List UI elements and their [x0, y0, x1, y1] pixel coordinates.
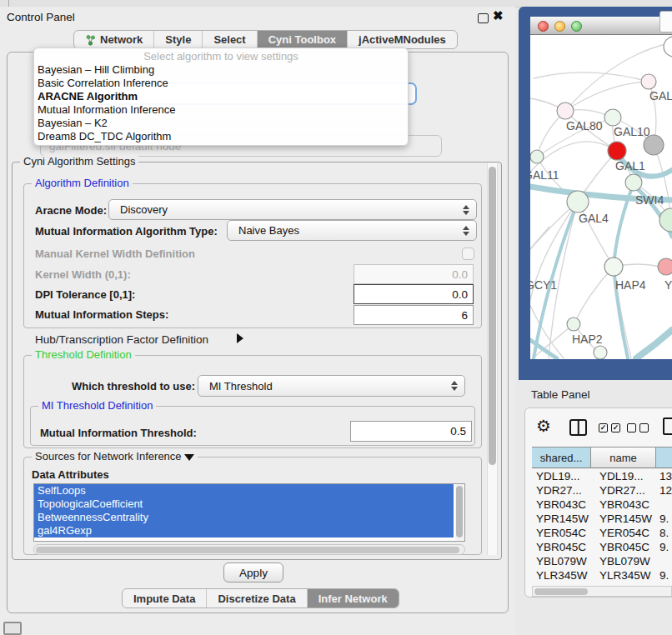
data-attributes-items: SelfLoopsTopologicalCoefficientBetweenne… — [34, 484, 464, 538]
float-window-icon[interactable] — [478, 13, 489, 23]
close-icon[interactable]: ✖ — [493, 8, 504, 23]
node-label: GAL10 — [614, 125, 650, 138]
kernel-width-label: Kernel Width (0,1): — [35, 268, 131, 281]
data-attribute-item[interactable]: BetweennessCentrality — [34, 511, 454, 524]
tab-label: Cyni Toolbox — [268, 33, 336, 46]
data-attribute-item[interactable]: gal4RGexp — [34, 524, 454, 538]
table-cell: YBR045C — [591, 541, 656, 553]
tab-infer-network[interactable]: Infer Network — [308, 589, 399, 608]
mi-threshold-group-title: MI Threshold Definition — [38, 400, 156, 412]
which-threshold-select[interactable]: MI Threshold — [198, 375, 465, 397]
application-root: Control Panel ✖ Network Style Select Cyn… — [0, 0, 672, 635]
network-node-big-green[interactable] — [659, 208, 672, 232]
apply-button[interactable]: Apply — [223, 562, 283, 582]
table-cell: YER054C — [532, 527, 591, 539]
window-close-button[interactable] — [538, 21, 549, 32]
minimized-panel-icon[interactable] — [3, 622, 22, 635]
tab-impute-data[interactable]: Impute Data — [123, 589, 207, 608]
network-node-GAL80[interactable] — [557, 102, 574, 119]
window-minimize-button[interactable] — [554, 21, 565, 32]
window-toolbar-control[interactable] — [659, 11, 672, 32]
sources-group-title[interactable]: Sources for Network Inference — [32, 451, 198, 462]
tab-label: Infer Network — [318, 592, 388, 605]
column-header-shared-name[interactable]: shared... — [532, 447, 591, 468]
table-row[interactable]: YER054CYER054C8. — [532, 526, 672, 540]
expand-right-arrow-icon[interactable] — [237, 333, 243, 343]
network-node-bottom-node[interactable] — [594, 346, 607, 359]
algorithm-option[interactable]: ARACNE Algorithm — [34, 90, 408, 103]
table-row[interactable]: YBL079WYBL079W — [532, 554, 672, 568]
column-header-clipped[interactable] — [656, 447, 672, 468]
node-label: Y — [664, 278, 672, 292]
cyni-bottom-tabs: Impute Data Discretize Data Infer Networ… — [122, 588, 399, 608]
network-node-SWI4[interactable] — [625, 174, 642, 191]
tab-network[interactable]: Network — [74, 31, 154, 48]
mi-steps-field[interactable]: 6 — [354, 305, 474, 325]
table-cell: YBR045C — [532, 541, 591, 553]
table-row[interactable]: YPR145WYPR145W9. — [532, 512, 672, 526]
mi-algorithm-type-label: Mutual Information Algorithm Type: — [35, 225, 218, 238]
network-canvas[interactable]: GALGAL80GAL10GAL1GAL11SWI4GAL4GCY1HAP4YH… — [530, 35, 672, 359]
tab-cyni-toolbox[interactable]: Cyni Toolbox — [258, 31, 348, 48]
tab-label: Impute Data — [133, 592, 195, 605]
table-cell: YPR145W — [532, 512, 591, 525]
tab-select[interactable]: Select — [203, 31, 257, 48]
network-node-top-edge[interactable] — [664, 37, 672, 57]
table-hscrollbar-thumb[interactable] — [534, 588, 588, 595]
network-edge — [530, 227, 549, 268]
select-all-columns-icon[interactable]: ✓✓ — [599, 423, 620, 432]
algorithm-popup-placeholder: Select algorithm to view settings — [34, 50, 408, 62]
network-window-titlebar[interactable] — [530, 17, 672, 35]
table-cell: 9. — [656, 512, 669, 525]
hub-definition-expander[interactable]: Hub/Transcription Factor Definition — [35, 333, 208, 346]
apply-button-label: Apply — [239, 567, 268, 579]
data-attribute-item[interactable]: TopologicalCoefficient — [34, 498, 454, 511]
table-row[interactable]: YLR345WYLR345W9. — [532, 568, 672, 582]
network-node-salmon-node[interactable] — [658, 258, 672, 275]
control-panel-title: Control Panel — [7, 11, 75, 23]
network-node-HAP2[interactable] — [567, 318, 580, 331]
network-node-GAL11[interactable] — [530, 150, 544, 163]
list-scrollbar-thumb[interactable] — [456, 486, 463, 538]
tab-discretize-data[interactable]: Discretize Data — [207, 589, 307, 608]
kernel-width-field[interactable]: 0.0 — [354, 264, 474, 284]
manual-kernel-width-checkbox[interactable] — [462, 248, 474, 260]
list-hscrollbar-thumb[interactable] — [36, 547, 459, 553]
network-node-HAP4[interactable] — [604, 258, 623, 276]
column-header-name[interactable]: name — [591, 447, 656, 468]
network-node-GAL10[interactable] — [604, 109, 621, 126]
table-cell: 9. — [656, 541, 669, 553]
tab-style[interactable]: Style — [154, 31, 203, 48]
network-edge — [565, 82, 649, 111]
data-attribute-item[interactable]: SelfLoops — [34, 484, 454, 498]
network-node-GAL1[interactable] — [608, 142, 626, 160]
algorithm-option[interactable]: Basic Correlation Inference — [34, 77, 408, 90]
mi-threshold-field[interactable]: 0.5 — [350, 421, 472, 442]
deselect-all-columns-icon[interactable] — [627, 423, 649, 432]
gear-icon[interactable]: ⚙ — [536, 418, 551, 434]
mi-threshold-value: 0.5 — [450, 425, 466, 438]
table-row[interactable]: YBR043CYBR043C — [532, 498, 672, 512]
settings-scrollbar-thumb[interactable] — [489, 167, 496, 465]
algorithm-option[interactable]: Mutual Information Inference — [34, 103, 408, 117]
table-row[interactable]: YBR045CYBR045C9. — [532, 540, 672, 554]
split-columns-icon[interactable] — [569, 419, 587, 436]
manual-kernel-width-label: Manual Kernel Width Definition — [35, 248, 195, 260]
dpi-tolerance-field[interactable]: 0.0 — [354, 284, 474, 304]
algorithm-option[interactable]: Dream8 DC_TDC Algorithm — [34, 130, 408, 143]
table-row[interactable]: YDL19...YDL19...13 — [532, 469, 672, 483]
aracne-mode-select[interactable]: Discovery — [108, 199, 477, 220]
mi-algorithm-type-select[interactable]: Naive Bayes — [227, 220, 477, 241]
window-zoom-button[interactable] — [571, 21, 582, 32]
algorithm-option[interactable]: Bayesian – Hill Climbing — [34, 63, 408, 77]
table-row[interactable]: YDR27...YDR27...12 — [532, 483, 672, 498]
tab-label: Select — [213, 33, 245, 46]
new-table-icon[interactable] — [663, 418, 672, 435]
network-node-GAL4[interactable] — [567, 191, 589, 212]
table-cell: 8. — [656, 527, 669, 539]
algorithm-option[interactable]: Bayesian – K2 — [34, 117, 408, 130]
collapse-down-arrow-icon[interactable] — [184, 454, 194, 461]
node-label: GAL11 — [530, 168, 559, 182]
tab-jactivemnodules[interactable]: jActiveMNodules — [348, 31, 457, 48]
network-node-gal-pink[interactable] — [641, 74, 656, 89]
